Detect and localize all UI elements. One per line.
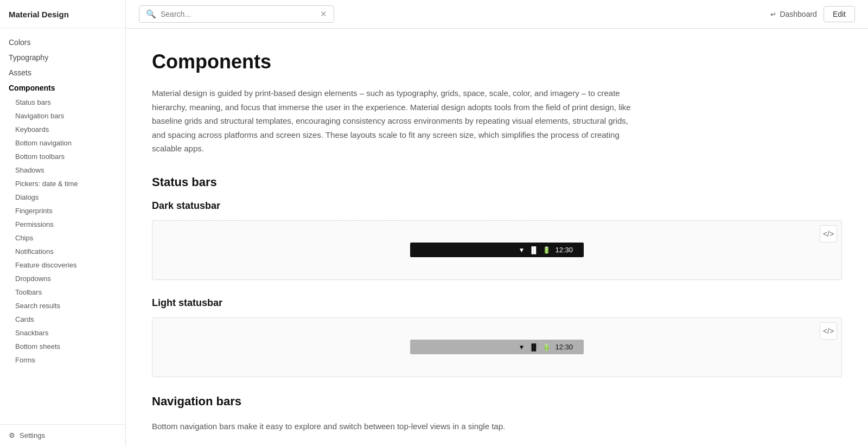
sidebar-item-dialogs[interactable]: Dialogs	[0, 190, 125, 204]
time-dark: 12:30	[555, 246, 573, 254]
sidebar-item-chips[interactable]: Chips	[0, 231, 125, 245]
bars-icon-dark: ▐▌	[529, 246, 538, 254]
sidebar-item-fingerprints[interactable]: Fingerprints	[0, 204, 125, 218]
close-icon[interactable]: ✕	[320, 9, 327, 19]
battery-icon-dark: 🔋	[542, 246, 551, 254]
sidebar-item-cards[interactable]: Cards	[0, 313, 125, 326]
sidebar-nav: ColorsTypographyAssetsComponentsStatus b…	[0, 28, 125, 369]
code-button-light[interactable]: </>	[820, 322, 837, 340]
search-icon: 🔍	[146, 9, 156, 19]
app-title: Material Design	[0, 0, 125, 28]
dark-statusbar-demo: ▼ ▐▌ 🔋 12:30 </>	[152, 220, 842, 280]
header: 🔍 ✕ ↵ Dashboard Edit	[126, 0, 868, 29]
section-status-bars-title: Status bars	[152, 175, 842, 189]
sidebar-item-bottom-toolbars[interactable]: Bottom toolbars	[0, 150, 125, 163]
dashboard-label: Dashboard	[780, 10, 817, 18]
sidebar-item-colors[interactable]: Colors	[0, 35, 125, 50]
sidebar-item-permissions[interactable]: Permissions	[0, 218, 125, 231]
gear-icon: ⚙	[9, 431, 15, 439]
signal-icon-dark: ▼	[519, 246, 525, 254]
sidebar-item-toolbars[interactable]: Toolbars	[0, 285, 125, 299]
content-area: Components Material design is guided by …	[126, 29, 868, 446]
signal-icon-light: ▼	[519, 343, 525, 351]
settings-nav-item[interactable]: ⚙ Settings	[0, 424, 125, 446]
sidebar-item-feature-discoveries[interactable]: Feature discoveries	[0, 258, 125, 272]
page-description: Material design is guided by print-based…	[152, 86, 640, 156]
main-panel: 🔍 ✕ ↵ Dashboard Edit Components Material…	[126, 0, 868, 446]
sidebar: Material Design ColorsTypographyAssetsCo…	[0, 0, 126, 446]
bars-icon-light: ▐▌	[529, 343, 538, 351]
code-button-dark[interactable]: </>	[820, 225, 837, 243]
sidebar-item-status-bars[interactable]: Status bars	[0, 95, 125, 109]
search-box[interactable]: 🔍 ✕	[139, 5, 334, 23]
time-light: 12:30	[555, 343, 573, 351]
sidebar-item-keyboards[interactable]: Keyboards	[0, 123, 125, 136]
subsection-light-title: Light statusbar	[152, 297, 842, 309]
sidebar-item-shadows[interactable]: Shadows	[0, 163, 125, 177]
sidebar-item-assets[interactable]: Assets	[0, 65, 125, 80]
edit-button[interactable]: Edit	[824, 6, 855, 22]
sidebar-item-typography[interactable]: Typography	[0, 50, 125, 65]
dashboard-arrow-icon: ↵	[770, 10, 776, 18]
light-statusbar-demo: ▼ ▐▌ 🔋 12:30 </>	[152, 317, 842, 377]
sidebar-item-navigation-bars[interactable]: Navigation bars	[0, 109, 125, 123]
page-title: Components	[152, 50, 842, 73]
dark-statusbar: ▼ ▐▌ 🔋 12:30	[410, 243, 584, 257]
subsection-dark-title: Dark statusbar	[152, 200, 842, 212]
settings-label: Settings	[20, 431, 45, 439]
light-statusbar: ▼ ▐▌ 🔋 12:30	[410, 340, 584, 354]
sidebar-item-bottom-navigation[interactable]: Bottom navigation	[0, 136, 125, 150]
battery-icon-light: 🔋	[542, 343, 551, 351]
search-input[interactable]	[161, 10, 316, 18]
sidebar-item-dropdowns[interactable]: Dropdowns	[0, 272, 125, 285]
sidebar-item-components[interactable]: Components	[0, 80, 125, 95]
sidebar-item-snackbars[interactable]: Snackbars	[0, 326, 125, 340]
nav-bars-description: Bottom navigation bars make it easy to e…	[152, 419, 640, 434]
sidebar-item-search-results[interactable]: Search results	[0, 299, 125, 313]
sidebar-item-notifications[interactable]: Notifications	[0, 245, 125, 258]
sidebar-item-bottom-sheets[interactable]: Bottom sheets	[0, 340, 125, 353]
header-right: ↵ Dashboard Edit	[770, 6, 855, 22]
section-nav-bars-title: Navigation bars	[152, 394, 842, 409]
sidebar-item-forms[interactable]: Forms	[0, 353, 125, 367]
sidebar-item-pickers--date---time[interactable]: Pickers: date & time	[0, 177, 125, 190]
dashboard-link[interactable]: ↵ Dashboard	[770, 10, 817, 18]
